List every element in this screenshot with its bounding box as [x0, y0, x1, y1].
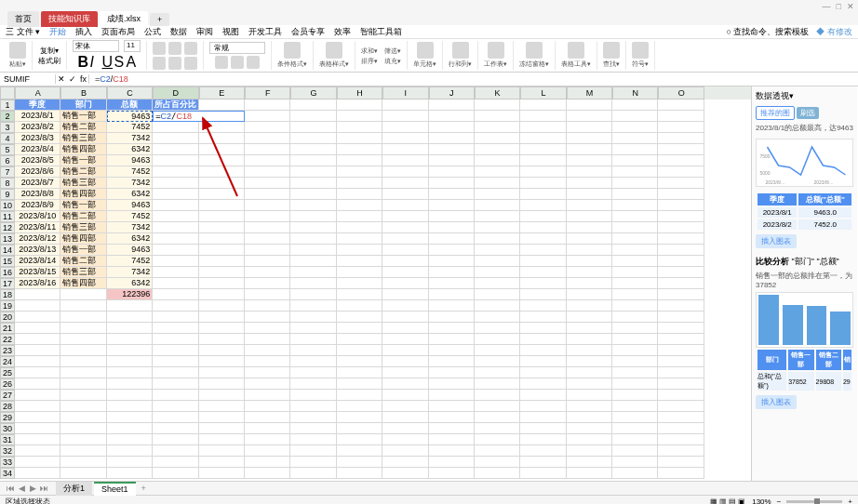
cell[interactable] [429, 267, 475, 278]
cell[interactable] [612, 200, 658, 211]
cell[interactable] [475, 356, 520, 367]
cell[interactable] [290, 468, 336, 479]
cell[interactable] [475, 468, 520, 479]
cell[interactable] [429, 312, 475, 323]
cell[interactable] [429, 334, 475, 345]
cell[interactable] [567, 378, 612, 390]
cell[interactable] [612, 166, 658, 178]
cell[interactable] [429, 133, 475, 144]
cell[interactable] [520, 378, 566, 390]
amount-cell[interactable]: 6342 [107, 233, 153, 245]
dept-cell[interactable]: 销售一部 [60, 111, 106, 122]
cell[interactable] [382, 412, 428, 423]
cell[interactable] [475, 312, 520, 323]
cell[interactable] [429, 189, 475, 200]
cell[interactable] [475, 278, 520, 289]
amount-cell[interactable]: 6342 [107, 278, 153, 289]
cell[interactable] [153, 468, 198, 479]
dept-cell[interactable]: 销售二部 [60, 256, 106, 267]
cell[interactable] [245, 233, 290, 245]
cell[interactable] [199, 122, 245, 133]
align-center-icon[interactable] [168, 42, 181, 55]
cell[interactable] [612, 256, 658, 267]
cell[interactable] [658, 334, 704, 345]
cell[interactable] [245, 356, 290, 367]
row-header[interactable]: 18 [0, 289, 15, 300]
cell[interactable] [382, 189, 428, 200]
cell[interactable] [567, 200, 612, 211]
cell[interactable] [475, 423, 520, 434]
cell[interactable] [612, 267, 658, 278]
cell[interactable] [245, 245, 290, 256]
cell[interactable] [337, 378, 382, 390]
cell[interactable] [612, 356, 658, 367]
cell[interactable] [658, 312, 704, 323]
cell[interactable] [382, 367, 428, 378]
cell[interactable] [245, 434, 290, 445]
cell[interactable] [337, 334, 382, 345]
cell[interactable] [290, 378, 336, 390]
cell[interactable] [658, 245, 704, 256]
cell[interactable] [429, 222, 475, 233]
table-style-icon[interactable] [326, 42, 342, 59]
date-cell[interactable]: 2023/8/12 [15, 233, 60, 245]
cell[interactable] [520, 345, 566, 356]
cell[interactable] [337, 468, 382, 479]
dept-cell[interactable]: 销售二部 [60, 211, 106, 222]
cell[interactable] [290, 390, 336, 401]
cell[interactable] [199, 245, 245, 256]
cell[interactable] [199, 155, 245, 166]
cell[interactable] [475, 267, 520, 278]
cell[interactable] [658, 189, 704, 200]
cell[interactable] [15, 312, 60, 323]
cell[interactable] [245, 133, 290, 144]
cell[interactable] [245, 345, 290, 356]
cell[interactable] [290, 144, 336, 155]
cell[interactable] [382, 278, 428, 289]
cell[interactable] [199, 211, 245, 222]
menu-item[interactable]: 会员专享 [291, 26, 325, 38]
cell[interactable] [153, 345, 198, 356]
cell[interactable] [429, 256, 475, 267]
cell[interactable] [429, 468, 475, 479]
cell[interactable] [429, 445, 475, 457]
cell[interactable] [199, 166, 245, 178]
table-tools-icon[interactable] [568, 42, 584, 59]
cell[interactable] [337, 434, 382, 445]
cell[interactable] [612, 367, 658, 378]
cell[interactable] [290, 245, 336, 256]
cell[interactable] [520, 166, 566, 178]
cell[interactable] [382, 99, 428, 111]
cell[interactable] [567, 412, 612, 423]
dept-cell[interactable]: 销售一部 [60, 155, 106, 166]
cell[interactable] [520, 367, 566, 378]
cell[interactable] [199, 278, 245, 289]
cell[interactable] [382, 122, 428, 133]
row-header[interactable]: 24 [0, 356, 15, 367]
row-header[interactable]: 19 [0, 300, 15, 312]
cell[interactable] [153, 222, 198, 233]
cell[interactable] [382, 133, 428, 144]
cell[interactable] [337, 144, 382, 155]
cell[interactable] [382, 245, 428, 256]
menu-item[interactable]: 插入 [75, 26, 92, 38]
sort-button[interactable]: 排序▾ [361, 57, 378, 66]
cell[interactable] [245, 166, 290, 178]
find-icon[interactable] [603, 42, 620, 59]
doc-tab[interactable]: 成绩.xlsx [100, 11, 148, 27]
cell[interactable] [475, 367, 520, 378]
menu-item[interactable]: 三 文件 ▾ [6, 26, 40, 38]
cell[interactable] [429, 155, 475, 166]
header-cell[interactable]: 所占百分比 [153, 99, 198, 111]
cell[interactable] [245, 445, 290, 457]
cell[interactable] [382, 345, 428, 356]
filter-button[interactable]: 筛选▾ [384, 46, 401, 56]
sum-button[interactable]: 求和▾ [361, 46, 378, 56]
cell[interactable] [60, 334, 106, 345]
cell[interactable] [153, 233, 198, 245]
cell[interactable] [153, 312, 198, 323]
cell[interactable] [382, 334, 428, 345]
row-header[interactable]: 1 [0, 99, 15, 111]
row-header[interactable]: 15 [0, 256, 15, 267]
cell[interactable] [520, 99, 566, 111]
